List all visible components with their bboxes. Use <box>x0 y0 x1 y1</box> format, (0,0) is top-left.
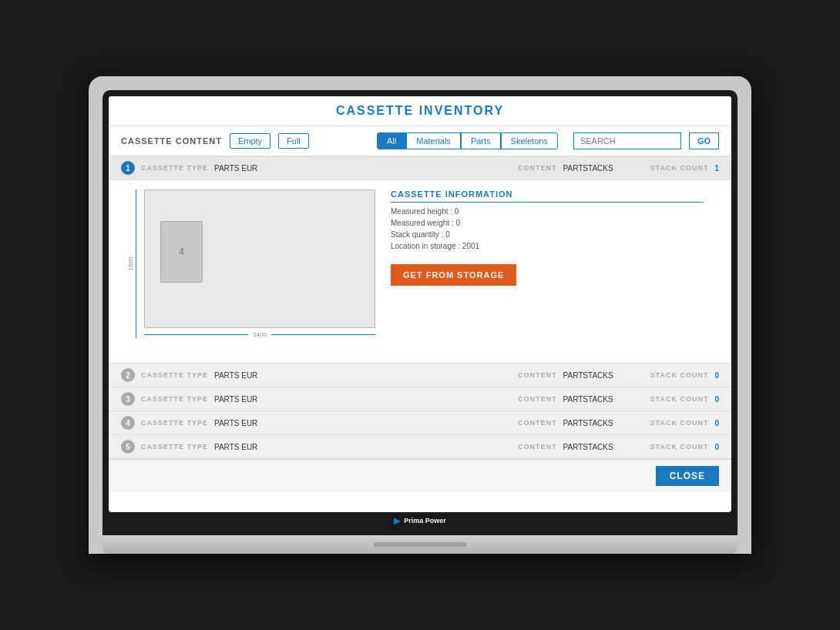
laptop-base <box>102 535 738 554</box>
row-number-1: 1 <box>121 161 135 175</box>
laptop-outer: CASSETTE INVENTORY CASSETTE CONTENT Empt… <box>89 76 751 554</box>
part-number: 4 <box>179 246 184 257</box>
stack-count-value-5: 0 <box>714 443 719 451</box>
prima-power-icon: ▶ <box>394 515 401 526</box>
stack-quantity-row: Stack quantity : 0 <box>391 229 704 240</box>
app-container: CASSETTE INVENTORY CASSETTE CONTENT Empt… <box>109 96 731 492</box>
content-value-2: PARTSTACKS <box>563 371 613 380</box>
stack-count-label-1: STACK COUNT <box>650 164 709 172</box>
measured-weight-label: Measured weight : <box>391 219 454 227</box>
cassette-row-4[interactable]: 4 CASSETTE TYPE PARTS EUR CONTENT PARTST… <box>109 411 731 435</box>
stack-count-value-3: 0 <box>714 395 719 404</box>
bottom-bar: CLOSE <box>109 459 731 492</box>
cassette-content-label: CASSETTE CONTENT <box>121 136 222 146</box>
toolbar: CASSETTE CONTENT Empty Full All Material… <box>109 126 731 156</box>
cassette-type-value-1: PARTS EUR <box>214 164 257 173</box>
screen-bezel: CASSETTE INVENTORY CASSETTE CONTENT Empt… <box>102 90 738 535</box>
measured-height-value: 0 <box>455 207 459 216</box>
laptop-base-notch <box>374 542 466 547</box>
row-number-3: 3 <box>121 392 135 406</box>
empty-btn[interactable]: Empty <box>230 133 270 149</box>
tab-skeletons[interactable]: Skeletons <box>501 132 558 149</box>
canvas-wrapper: 1600 4 <box>121 189 375 354</box>
stack-quantity-label: Stack quantity : <box>391 230 443 239</box>
part-visual: 4 <box>160 221 203 283</box>
content-value-5: PARTSTACKS <box>563 443 613 451</box>
close-button[interactable]: CLOSE <box>656 466 719 486</box>
info-panel: CASSETTE INFORMATION Measured height : 0… <box>375 189 719 354</box>
content-label-5: CONTENT <box>518 443 557 451</box>
cassette-type-label-3: CASSETTE TYPE <box>141 395 208 403</box>
content-value-1: PARTSTACKS <box>563 164 613 173</box>
title-bar: CASSETTE INVENTORY <box>109 96 731 126</box>
full-btn[interactable]: Full <box>278 133 309 149</box>
prima-power-logo-text: Prima Power <box>404 517 446 524</box>
row-number-5: 5 <box>121 440 135 454</box>
measured-weight-value: 0 <box>456 219 461 227</box>
app-title: CASSETTE INVENTORY <box>336 104 504 117</box>
row-number-4: 4 <box>121 416 135 430</box>
cassette-type-value-2: PARTS EUR <box>214 371 257 380</box>
cassette-type-value-3: PARTS EUR <box>214 395 257 404</box>
ruler-bottom-value: 3400 <box>253 331 267 338</box>
cassette-row-2[interactable]: 2 CASSETTE TYPE PARTS EUR CONTENT PARTST… <box>109 364 731 387</box>
stack-count-label-5: STACK COUNT <box>650 443 709 451</box>
content-label-4: CONTENT <box>518 419 557 427</box>
search-input[interactable] <box>573 132 681 149</box>
content-label-2: CONTENT <box>518 371 557 379</box>
measured-height-label: Measured height : <box>391 207 452 216</box>
tab-materials[interactable]: Materials <box>406 132 461 149</box>
expanded-detail-1: 1600 4 <box>109 180 731 364</box>
get-from-storage-button[interactable]: GET FROM STORAGE <box>391 264 516 286</box>
tab-parts[interactable]: Parts <box>461 132 501 149</box>
stack-count-value-1: 1 <box>714 164 719 173</box>
go-button[interactable]: GO <box>689 132 719 149</box>
cassette-type-label-1: CASSETTE TYPE <box>141 164 208 172</box>
screen: CASSETTE INVENTORY CASSETTE CONTENT Empt… <box>109 96 731 512</box>
cassette-type-label-4: CASSETTE TYPE <box>141 419 208 427</box>
tab-group: All Materials Parts Skeletons <box>377 132 558 149</box>
stack-count-label-2: STACK COUNT <box>650 371 709 379</box>
measured-height-row: Measured height : 0 <box>391 206 704 217</box>
stack-quantity-value: 0 <box>445 230 450 239</box>
info-title: CASSETTE INFORMATION <box>391 189 704 203</box>
content-value-4: PARTSTACKS <box>563 419 613 427</box>
location-value: 2001 <box>462 242 479 250</box>
cassette-row-1-wrapper: 1 CASSETTE TYPE PARTS EUR CONTENT PARTST… <box>109 156 731 364</box>
measured-weight-row: Measured weight : 0 <box>391 217 704 229</box>
cassette-row-1[interactable]: 1 CASSETTE TYPE PARTS EUR CONTENT PARTST… <box>109 156 731 180</box>
location-label: Location in storage : <box>391 242 460 250</box>
ruler-horizontal: 3400 <box>144 331 375 338</box>
logo-bar: ▶ Prima Power <box>109 512 731 529</box>
cassette-type-label-2: CASSETTE TYPE <box>141 371 208 379</box>
stack-count-label-4: STACK COUNT <box>650 419 709 427</box>
cassette-type-label-5: CASSETTE TYPE <box>141 443 208 451</box>
content-label-3: CONTENT <box>518 395 557 403</box>
stack-count-label-3: STACK COUNT <box>650 395 709 403</box>
location-row: Location in storage : 2001 <box>391 240 704 252</box>
cassette-canvas: 4 <box>144 189 375 328</box>
cassette-row-3[interactable]: 3 CASSETTE TYPE PARTS EUR CONTENT PARTST… <box>109 387 731 411</box>
cassette-type-value-5: PARTS EUR <box>214 443 257 451</box>
row-number-2: 2 <box>121 368 135 382</box>
content-area: 1 CASSETTE TYPE PARTS EUR CONTENT PARTST… <box>109 156 731 459</box>
content-value-3: PARTSTACKS <box>563 395 613 404</box>
ruler-left-value: 1600 <box>127 257 134 271</box>
tab-all[interactable]: All <box>377 132 406 149</box>
cassette-row-5[interactable]: 5 CASSETTE TYPE PARTS EUR CONTENT PARTST… <box>109 435 731 459</box>
stack-count-value-2: 0 <box>714 371 719 380</box>
cassette-type-value-4: PARTS EUR <box>214 419 257 427</box>
stack-count-value-4: 0 <box>714 419 719 427</box>
ruler-vertical: 1600 <box>121 189 141 338</box>
content-label-1: CONTENT <box>518 164 557 172</box>
